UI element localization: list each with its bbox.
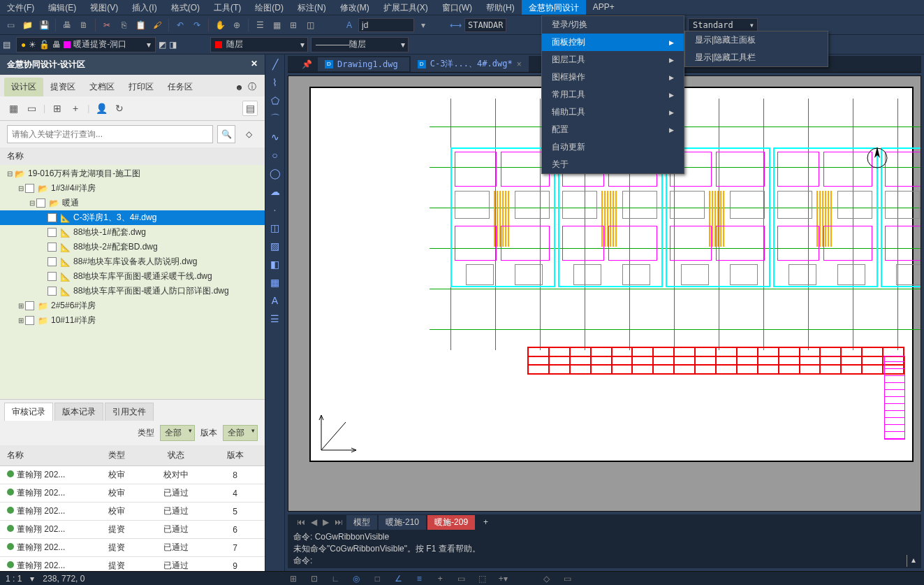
spline-icon[interactable]: ∿ bbox=[268, 130, 282, 144]
menu-0[interactable]: 文件(F) bbox=[0, 0, 41, 15]
layout-tab-2[interactable]: 暖施-209 bbox=[427, 515, 475, 530]
tree-node[interactable]: ⊟📂1#3#4#洋房 bbox=[0, 181, 265, 196]
record-row[interactable]: 董翰翔 202...校审已通过5 bbox=[0, 503, 265, 521]
sb-grid-icon[interactable]: ⊞ bbox=[287, 572, 300, 585]
last-tab-icon[interactable]: ⏭ bbox=[332, 517, 345, 527]
tree-node[interactable]: 📐88地块-2#配套BD.dwg bbox=[0, 240, 265, 254]
menu-11[interactable]: 帮助(H) bbox=[479, 0, 522, 15]
menu-icon[interactable]: ☰ bbox=[268, 312, 282, 326]
menu-2[interactable]: 视图(V) bbox=[83, 0, 125, 15]
menu-item[interactable]: 自动更新 bbox=[542, 138, 684, 156]
sb-lw-icon[interactable]: ≡ bbox=[413, 572, 425, 585]
tree-node[interactable]: ⊞📁2#5#6#洋房 bbox=[0, 298, 265, 313]
checkbox[interactable] bbox=[47, 287, 57, 296]
card-view-icon[interactable]: ▭ bbox=[25, 102, 38, 115]
add-layout-tab[interactable]: + bbox=[476, 516, 495, 528]
table-icon[interactable]: ▦ bbox=[268, 275, 282, 289]
sb-snap-icon[interactable]: ⊡ bbox=[308, 572, 321, 585]
record-row[interactable]: 董翰翔 202...提资已通过6 bbox=[0, 521, 265, 539]
polygon-icon[interactable]: ⬠ bbox=[268, 94, 282, 108]
checkbox[interactable] bbox=[47, 228, 57, 237]
menu-item[interactable]: 辅助工具▶ bbox=[542, 103, 684, 121]
ellipse-icon[interactable]: ◯ bbox=[268, 166, 282, 180]
submenu-item[interactable]: 显示|隐藏主面板 bbox=[685, 31, 828, 49]
settings-icon[interactable]: ▤ bbox=[242, 101, 258, 116]
menu-item[interactable]: 图框操作▶ bbox=[542, 68, 684, 86]
add-icon[interactable]: + bbox=[69, 102, 82, 115]
menu-item[interactable]: 登录/切换 bbox=[542, 16, 684, 34]
menu-4[interactable]: 格式(O) bbox=[164, 0, 207, 15]
close-icon[interactable]: ✕ bbox=[251, 59, 258, 71]
tree-node[interactable]: 📐88地块车库平面图-暖通人防口部详图.dwg bbox=[0, 284, 265, 298]
save-icon[interactable]: 💾 bbox=[36, 17, 52, 33]
menu-item[interactable]: 图层工具▶ bbox=[542, 51, 684, 68]
text-icon[interactable]: A bbox=[342, 17, 357, 33]
menu-12[interactable]: 金慧协同设计 bbox=[522, 0, 586, 15]
jd-field[interactable] bbox=[358, 18, 414, 32]
style-combo[interactable]: Standard bbox=[688, 18, 758, 32]
model-tab[interactable]: 模型 bbox=[346, 515, 377, 530]
zoom-icon[interactable]: ⊕ bbox=[229, 17, 244, 33]
dim-icon[interactable]: ⟷ bbox=[448, 17, 463, 33]
tree-node[interactable]: 📐C-3洋房1、3、4#.dwg bbox=[0, 210, 265, 225]
tree-node[interactable]: ⊟📂暖通 bbox=[0, 196, 265, 210]
layer-prev-icon[interactable]: ◨ bbox=[169, 40, 177, 50]
doc-tab[interactable]: DDrawing1.dwg bbox=[318, 57, 409, 71]
point-icon[interactable]: · bbox=[268, 203, 282, 217]
record-row[interactable]: 董翰翔 202...校审已通过4 bbox=[0, 484, 265, 503]
sb-osnap-icon[interactable]: □ bbox=[371, 572, 383, 585]
arc-icon[interactable]: ⌒ bbox=[268, 112, 282, 126]
sb-ortho-icon[interactable]: ∟ bbox=[329, 572, 342, 585]
search-icon[interactable]: 🔍 bbox=[217, 125, 235, 143]
search-input[interactable] bbox=[7, 125, 213, 143]
side-tab[interactable]: 打印区 bbox=[122, 78, 161, 96]
pan-icon[interactable]: ✋ bbox=[212, 17, 228, 33]
sb-qp-icon[interactable]: ⬚ bbox=[476, 572, 488, 585]
bottom-tab[interactable]: 引用文件 bbox=[105, 403, 154, 421]
sb-ann-icon[interactable]: ▭ bbox=[561, 572, 573, 585]
brush-icon[interactable]: 🖌 bbox=[149, 17, 165, 33]
face-icon[interactable]: ☻ bbox=[235, 82, 244, 92]
standard-field[interactable] bbox=[464, 18, 506, 32]
redo-icon[interactable]: ↷ bbox=[189, 17, 205, 33]
cmd-input[interactable] bbox=[316, 555, 902, 567]
refresh-icon[interactable]: ↻ bbox=[113, 102, 126, 115]
pin-icon[interactable]: 📌 bbox=[302, 59, 312, 69]
next-tab-icon[interactable]: ▶ bbox=[321, 517, 331, 527]
sb-polar-icon[interactable]: ◎ bbox=[350, 572, 362, 585]
type-select[interactable]: 全部 bbox=[160, 425, 195, 441]
user-icon[interactable]: 👤 bbox=[95, 102, 108, 115]
pline-icon[interactable]: ⌇ bbox=[268, 75, 282, 89]
prev-tab-icon[interactable]: ◀ bbox=[309, 517, 319, 527]
paste-icon[interactable]: 📋 bbox=[133, 17, 148, 33]
copy-icon[interactable]: ⎘ bbox=[116, 17, 131, 33]
menu-item[interactable]: 配置▶ bbox=[542, 121, 684, 138]
menu-10[interactable]: 窗口(W) bbox=[435, 0, 479, 15]
bottom-tab[interactable]: 审核记录 bbox=[4, 403, 53, 421]
linetype-combo[interactable]: ———— 随层 bbox=[311, 37, 409, 52]
blocks-icon[interactable]: ◫ bbox=[302, 17, 318, 33]
grid-view-icon[interactable]: ▦ bbox=[7, 102, 20, 115]
block-icon[interactable]: ◫ bbox=[268, 221, 282, 235]
menu-item[interactable]: 面板控制▶ bbox=[542, 34, 684, 51]
side-tab[interactable]: 提资区 bbox=[43, 78, 82, 96]
checkbox[interactable] bbox=[47, 257, 57, 266]
hatch-icon[interactable]: ▨ bbox=[268, 239, 282, 253]
new-icon[interactable]: ▭ bbox=[3, 17, 18, 33]
close-tab-icon[interactable]: × bbox=[517, 59, 522, 69]
menu-13[interactable]: APP+ bbox=[586, 0, 622, 15]
record-row[interactable]: 董翰翔 202...提资已通过9 bbox=[0, 557, 265, 571]
menu-1[interactable]: 编辑(E) bbox=[41, 0, 83, 15]
sb-sel-icon[interactable]: ▭ bbox=[455, 572, 467, 585]
expand-icon[interactable]: ⊞ bbox=[51, 102, 64, 115]
record-row[interactable]: 董翰翔 202...校审校对中8 bbox=[0, 466, 265, 484]
help-icon[interactable]: ⓘ bbox=[248, 81, 256, 93]
menu-8[interactable]: 修改(M) bbox=[333, 0, 376, 15]
tree-node[interactable]: 📐88地块-1#配套.dwg bbox=[0, 225, 265, 240]
checkbox[interactable] bbox=[47, 243, 57, 252]
menu-9[interactable]: 扩展工具(X) bbox=[376, 0, 435, 15]
checkbox[interactable] bbox=[25, 184, 34, 193]
checkbox[interactable] bbox=[25, 316, 34, 325]
region-icon[interactable]: ◧ bbox=[268, 257, 282, 271]
checkbox[interactable] bbox=[47, 272, 57, 281]
